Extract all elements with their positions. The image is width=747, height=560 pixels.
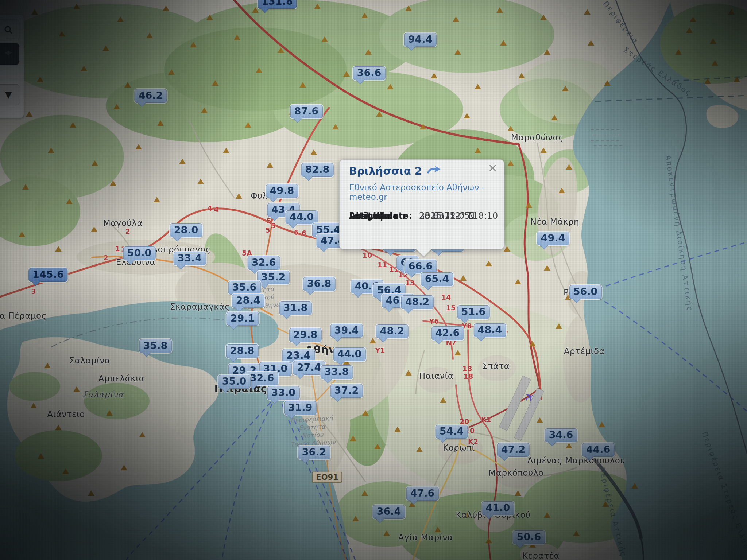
station-value-marker[interactable]: 51.6 xyxy=(457,305,490,319)
place-label: Κερατέα xyxy=(522,551,560,560)
peak-icon xyxy=(157,120,164,126)
peak-icon xyxy=(475,84,481,89)
station-value-marker[interactable]: 54.4 xyxy=(436,425,468,439)
station-value-marker[interactable]: 49.8 xyxy=(266,184,298,198)
station-value-marker[interactable]: 36.8 xyxy=(303,277,336,291)
station-value-marker[interactable]: 33.0 xyxy=(267,386,300,400)
place-label: Σαλαμίνα xyxy=(69,356,111,365)
peak-icon xyxy=(201,108,208,113)
station-value-marker[interactable]: 35.2 xyxy=(257,271,290,284)
collapse-button[interactable]: ▼ xyxy=(0,84,19,105)
station-value-marker[interactable]: 47.2 xyxy=(497,443,530,457)
peak-icon xyxy=(124,82,131,88)
station-value-marker[interactable]: 42.6 xyxy=(431,326,464,340)
station-value-marker[interactable]: 35.8 xyxy=(139,339,172,353)
station-value-marker[interactable]: 36.6 xyxy=(353,66,386,80)
station-value-marker[interactable]: 49.4 xyxy=(537,232,569,245)
peak-icon xyxy=(314,4,321,9)
map-canvas[interactable]: ✈ Περιφερειακή Ενότητα Δυτικού Τομέα Αθη… xyxy=(0,0,747,560)
place-label: Αγία Μαρίνα xyxy=(398,533,453,542)
station-source-link[interactable]: Εθνικό Αστεροσκοπείο Αθήνων - meteo.gr xyxy=(349,183,495,202)
station-value-marker[interactable]: 33.8 xyxy=(321,365,353,379)
peak-icon xyxy=(70,122,76,128)
station-value-marker[interactable]: 31.8 xyxy=(279,301,312,315)
station-value-marker[interactable]: 33.4 xyxy=(174,252,206,265)
station-value-marker[interactable]: 44.0 xyxy=(286,210,318,224)
peak-icon xyxy=(453,16,459,22)
station-value-marker[interactable]: 145.6 xyxy=(28,268,67,282)
station-value-marker[interactable]: 31.9 xyxy=(284,401,317,415)
station-value-marker[interactable]: 41.0 xyxy=(482,501,514,515)
peak-icon xyxy=(163,5,169,11)
peak-icon xyxy=(91,226,97,232)
station-value-marker[interactable]: 48.4 xyxy=(474,323,506,337)
peak-icon xyxy=(686,27,693,33)
station-value-marker[interactable]: 32.6 xyxy=(248,256,280,270)
peak-icon xyxy=(420,124,426,129)
close-icon[interactable]: × xyxy=(488,162,498,174)
peak-icon xyxy=(562,86,569,91)
station-value-marker[interactable]: 32.6 xyxy=(246,372,278,385)
station-value-marker[interactable]: 131.8 xyxy=(258,0,297,9)
place-label: Νέα Πέραμος xyxy=(0,311,47,320)
admin-area-label: Περιφερειακή Ενότητα Νοτίου Τομέα Αθηνών xyxy=(289,414,336,449)
peak-icon xyxy=(117,16,124,22)
station-value-marker[interactable]: 29.1 xyxy=(227,312,259,326)
station-value-marker[interactable]: 28.4 xyxy=(232,294,264,308)
station-value-marker[interactable]: 50.6 xyxy=(513,530,545,544)
road-ref-label: 6 xyxy=(294,228,298,236)
peak-icon xyxy=(197,179,204,184)
station-value-marker[interactable]: 28.0 xyxy=(170,223,202,237)
station-value-marker[interactable]: 28.8 xyxy=(226,344,259,358)
station-value-marker[interactable]: 37.2 xyxy=(330,384,363,398)
peak-icon xyxy=(361,13,368,18)
station-value-marker[interactable]: 48.2 xyxy=(376,324,409,338)
station-value-marker[interactable]: 82.8 xyxy=(301,163,334,177)
station-value-marker[interactable]: 36.4 xyxy=(373,505,405,519)
search-button[interactable] xyxy=(0,19,19,40)
station-value-marker[interactable]: 48.2 xyxy=(401,295,434,309)
place-label: Μαρκόπουλο xyxy=(488,468,543,478)
station-value-marker[interactable]: 34.6 xyxy=(545,428,577,442)
peak-icon xyxy=(26,111,32,117)
peak-icon xyxy=(500,40,507,46)
station-value-marker[interactable]: 44.0 xyxy=(333,347,366,361)
peak-icon xyxy=(728,9,735,15)
station-value-marker[interactable]: 47.6 xyxy=(406,487,439,501)
peak-icon xyxy=(556,323,562,329)
peak-icon xyxy=(454,49,461,55)
layers-button[interactable] xyxy=(0,43,19,65)
peak-icon xyxy=(252,7,259,13)
station-value-marker[interactable]: 35.6 xyxy=(228,281,261,295)
road-ref-label: 13 xyxy=(405,279,415,287)
peak-icon xyxy=(374,444,381,449)
station-value-marker[interactable]: 36.2 xyxy=(298,446,330,459)
station-value-marker[interactable]: 65.4 xyxy=(421,272,453,286)
place-label: Μαραθώνας xyxy=(511,133,564,142)
peak-icon xyxy=(234,35,240,40)
place-label: Αμπελάκια xyxy=(98,374,144,383)
station-value-marker[interactable]: 46.2 xyxy=(135,89,167,103)
place-label: Λιμένας Μαρκόπουλου xyxy=(527,456,625,465)
peak-icon xyxy=(376,111,383,117)
station-value-marker[interactable]: 56.0 xyxy=(569,285,602,299)
station-value-marker[interactable]: 35.0 xyxy=(218,375,251,389)
peak-icon xyxy=(558,188,565,193)
station-value-marker[interactable]: 29.8 xyxy=(289,328,322,342)
station-value-marker[interactable]: 44.6 xyxy=(582,443,615,457)
station-value-marker[interactable]: 87.6 xyxy=(290,105,323,118)
peak-icon xyxy=(526,202,532,208)
station-value-marker[interactable]: 94.4 xyxy=(404,33,437,47)
station-value-marker[interactable]: 66.6 xyxy=(405,260,437,273)
road-ref-label: 10 xyxy=(363,251,372,259)
peak-icon xyxy=(135,144,142,149)
peak-icon xyxy=(31,9,38,15)
peak-icon xyxy=(154,197,160,202)
station-value-marker[interactable]: 39.4 xyxy=(330,324,363,338)
station-name: Βριλήσσια 2 xyxy=(349,165,422,177)
peak-icon xyxy=(504,246,510,252)
peak-icon xyxy=(73,4,80,9)
peak-icon xyxy=(540,15,547,20)
peak-icon xyxy=(675,49,682,55)
station-value-marker[interactable]: 50.0 xyxy=(123,246,156,260)
